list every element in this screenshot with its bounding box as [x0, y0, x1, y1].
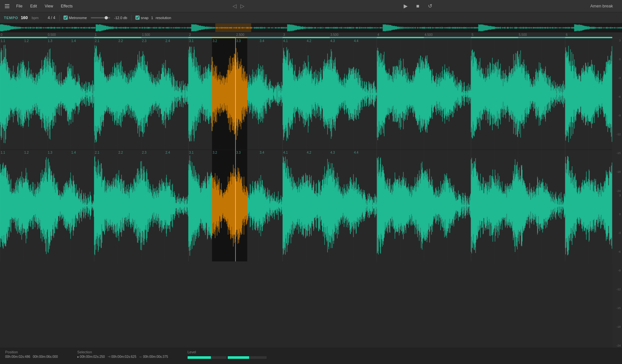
track-title: Amen break [590, 4, 613, 8]
position-value1: 00h:00m:02s:486 [5, 355, 30, 358]
menu-view[interactable]: View [41, 3, 56, 10]
overview-strip[interactable] [0, 23, 622, 32]
ruler[interactable] [0, 32, 622, 38]
metronome-slider[interactable] [91, 17, 110, 18]
stop-button[interactable]: ■ [413, 1, 423, 11]
level-label: Level [188, 350, 267, 354]
snap-input[interactable] [135, 16, 140, 20]
position-value2: 00h:00m:06s:000 [33, 355, 58, 358]
snap-label: snap [141, 16, 149, 20]
transport-controls: ▶ ■ ↺ [401, 1, 435, 11]
app-icon[interactable] [3, 2, 12, 11]
toolbar: TEMPO 160 bpm 4 / 4 Metronome -12.0 db s… [0, 12, 622, 23]
tempo-unit: bpm [32, 16, 39, 20]
selection-value2: ⊣ 00h:00m:02s:625 [108, 355, 136, 358]
tempo-label: TEMPO [4, 16, 18, 20]
separator [59, 15, 60, 21]
separator2 [131, 15, 132, 21]
loop-button[interactable]: ↺ [425, 1, 435, 11]
play-button[interactable]: ▶ [401, 1, 410, 11]
position-label: Position [5, 350, 58, 354]
resolution-label: resolution [156, 16, 171, 20]
menu-bar: File Edit View Effects ◁ ▷ ▶ ■ ↺ Amen br… [0, 0, 622, 12]
selection-label: Selection [77, 350, 168, 354]
snap-value: 1 [151, 16, 153, 20]
redo-button[interactable]: ▷ [239, 3, 246, 9]
metronome-label: Metronome [69, 16, 87, 20]
menu-file[interactable]: File [13, 3, 26, 10]
snap-checkbox[interactable]: snap [135, 16, 149, 20]
position-section: Position 00h:00m:02s:486 00h:00m:06s:000 [5, 350, 58, 358]
db-scale-ch1: 3 0 -3 -6 -9 -12 -15 -18 -24 [612, 38, 622, 193]
db-display: -12.0 db [114, 16, 127, 20]
slider-thumb [105, 16, 108, 19]
menu-edit[interactable]: Edit [27, 3, 40, 10]
tempo-value[interactable]: 160 [21, 15, 28, 20]
undo-redo-controls: ◁ ▷ [231, 3, 246, 9]
selection-value3: ↔ 00h:00m:00s:375 [139, 355, 168, 358]
level-section: Level [188, 350, 267, 359]
undo-button[interactable]: ◁ [231, 3, 238, 9]
db-scale-ch2: 3 0 -3 -6 -9 -12 -15 -18 -24 [612, 193, 622, 348]
menu-effects[interactable]: Effects [58, 3, 76, 10]
selection-value1: ▸ 00h:00m:02s:250 [77, 355, 105, 358]
waveform-container[interactable] [0, 38, 612, 348]
metronome-input[interactable] [63, 16, 68, 20]
selection-section: Selection ▸ 00h:00m:02s:250 ⊣ 00h:00m:02… [77, 350, 168, 358]
time-signature[interactable]: 4 / 4 [48, 16, 55, 20]
status-bar: Position 00h:00m:02s:486 00h:00m:06s:000… [0, 348, 622, 364]
metronome-checkbox[interactable]: Metronome [63, 16, 87, 20]
